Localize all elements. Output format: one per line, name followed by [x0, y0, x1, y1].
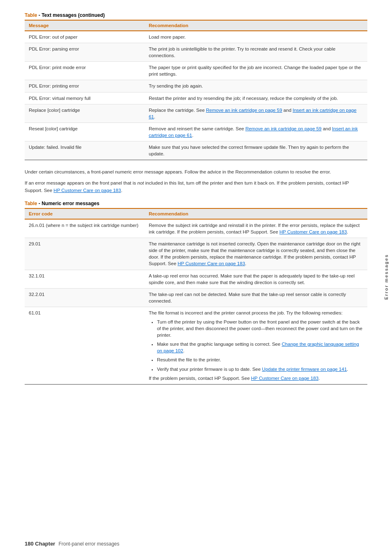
- table2-col-rec: Recommendation: [145, 208, 367, 219]
- table1-row: Update: failed. Invalid fileMake sure th…: [25, 141, 367, 160]
- table1-row: PDL Error: out of paperLoad more paper.: [25, 31, 367, 43]
- table1-col-message: Message: [25, 20, 145, 31]
- table2-row: 26.n.01 (where n = the subject ink cartr…: [25, 219, 367, 238]
- table1-cell-message: PDL Error: printing error: [25, 80, 145, 92]
- bullet-link[interactable]: Update the printer firmware on page 141: [262, 367, 347, 372]
- table1-cell-message: PDL Error: out of paper: [25, 31, 145, 43]
- table1-cell-rec: Load more paper.: [145, 31, 367, 43]
- prose2-start: If an error message appears on the front…: [25, 180, 137, 185]
- text-messages-table: Message Recommendation PDL Error: out of…: [25, 20, 367, 160]
- prose2-period: .: [121, 188, 122, 193]
- table1-cell-message: PDL Error: virtual memory full: [25, 92, 145, 104]
- table1-title-text: Text messages (continued): [42, 12, 105, 18]
- table1-row: PDL Error: parsing errorThe print job is…: [25, 43, 367, 62]
- table2-cell-rec: The take-up reel can not be detected. Ma…: [145, 288, 367, 307]
- rec-footer: If the problem persists, contact HP Supp…: [149, 376, 320, 381]
- table1-title: Table - Text messages (continued): [25, 12, 367, 18]
- table1-cell-message: Update: failed. Invalid file: [25, 141, 145, 160]
- table2-row: 32.1.01A take-up reel error has occurred…: [25, 270, 367, 288]
- table2-cell-error: 26.n.01 (where n = the subject ink cartr…: [25, 219, 145, 238]
- prose1: Under certain circumstances, a front-pan…: [25, 169, 367, 176]
- table1-cell-rec: Restart the printer and try resending th…: [145, 92, 367, 104]
- prose-section: Under certain circumstances, a front-pan…: [25, 169, 367, 194]
- table1-cell-rec: Replace the cartridge. See Remove an ink…: [145, 104, 367, 123]
- table1-cell-rec: The print job is unintelligible to the p…: [145, 43, 367, 62]
- table2-col-error: Error code: [25, 208, 145, 219]
- bullet-link[interactable]: Change the graphic language setting on p…: [157, 342, 359, 353]
- list-item: Resubmit the file to the printer.: [157, 356, 363, 363]
- table1-cell-rec: The paper type or print quality specifie…: [145, 62, 367, 80]
- table2-cell-rec: Remove the subject ink cartridge and rei…: [145, 219, 367, 238]
- prose2-italic: not: [137, 180, 144, 185]
- table2-title-keyword: Table: [25, 201, 37, 206]
- table1-title-keyword: Table: [25, 12, 37, 18]
- list-item: Verify that your printer firmware is up …: [157, 366, 363, 372]
- rec-link1[interactable]: Remove an ink cartridge on page 59: [206, 108, 282, 113]
- table1-row: Replace [color] cartridgeReplace the car…: [25, 104, 367, 123]
- table2-cell-error: 32.2.01: [25, 288, 145, 307]
- table2-cell-error: 29.01: [25, 238, 145, 270]
- table2-cell-rec: A take-up reel error has occurred. Make …: [145, 270, 367, 288]
- footer-link[interactable]: HP Customer Care on page 183: [251, 376, 318, 381]
- footer-title: Front-panel error messages: [58, 541, 119, 547]
- table1-row: PDL Error: virtual memory fullRestart th…: [25, 92, 367, 104]
- side-label: Error messages: [384, 254, 389, 300]
- table2-cell-error: 61.01: [25, 307, 145, 384]
- table2-title: Table - Numeric error messages: [25, 201, 367, 206]
- table2-cell-rec: The file format is incorrect and the pri…: [145, 307, 367, 384]
- prose2-link[interactable]: HP Customer Care on page 183: [53, 188, 121, 193]
- table1-header-row: Message Recommendation: [25, 20, 367, 31]
- table2-cell-rec: The maintenance cartridge is not inserte…: [145, 238, 367, 270]
- table1-cell-message: Reseat [color] cartridge: [25, 123, 145, 141]
- table1-col-rec: Recommendation: [145, 20, 367, 31]
- t2-link[interactable]: HP Customer Care on page 183: [178, 261, 245, 266]
- table1-title-sep: -: [39, 12, 40, 18]
- table2-row: 32.2.01The take-up reel can not be detec…: [25, 288, 367, 307]
- list-item: Make sure that the graphic language sett…: [157, 341, 363, 354]
- footer-chapter: 180 Chapter: [25, 541, 55, 547]
- table1-cell-message: Replace [color] cartridge: [25, 104, 145, 123]
- table1-row: Reseat [color] cartridgeRemove and reins…: [25, 123, 367, 141]
- list-item: Turn off the printer by using the Power …: [157, 319, 363, 338]
- footer: 180 Chapter Front-panel error messages: [25, 541, 367, 547]
- table2-row: 61.01The file format is incorrect and th…: [25, 307, 367, 384]
- table2-header-row: Error code Recommendation: [25, 208, 367, 219]
- table1-cell-rec: Make sure that you have selected the cor…: [145, 141, 367, 160]
- table1-cell-rec: Remove and reinsert the same cartridge. …: [145, 123, 367, 141]
- table2-row: 29.01The maintenance cartridge is not in…: [25, 238, 367, 270]
- table1-cell-message: PDL Error: print mode error: [25, 62, 145, 80]
- prose2: If an error message appears on the front…: [25, 180, 367, 194]
- table2-cell-error: 32.1.01: [25, 270, 145, 288]
- side-label-container: Error messages: [384, 254, 389, 301]
- table1-row: PDL Error: printing errorTry sending the…: [25, 80, 367, 92]
- table1-cell-message: PDL Error: parsing error: [25, 43, 145, 62]
- table2-title-text: Numeric error messages: [42, 201, 99, 206]
- table1-row: PDL Error: print mode errorThe paper typ…: [25, 62, 367, 80]
- t2-link[interactable]: HP Customer Care on page 183: [279, 229, 347, 234]
- rec-link1[interactable]: Remove an ink cartridge on page 59: [245, 126, 321, 131]
- numeric-error-table: Error code Recommendation 26.n.01 (where…: [25, 208, 367, 385]
- table1-cell-rec: Try sending the job again.: [145, 80, 367, 92]
